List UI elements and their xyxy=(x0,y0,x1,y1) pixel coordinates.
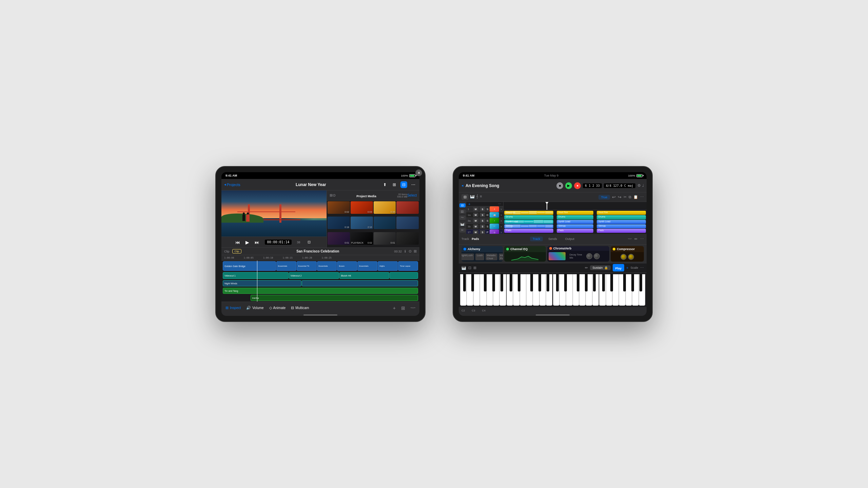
logic-settings-icon[interactable]: ⚙ xyxy=(637,183,641,188)
logic-edit-pencil-icon[interactable]: ✏ xyxy=(634,237,637,241)
logic-compressor-knob-1[interactable] xyxy=(620,254,627,260)
fcp-clip-videocut-1[interactable]: Videocut 1 xyxy=(223,272,289,279)
logic-strings-clip-3[interactable]: Strings xyxy=(597,224,646,228)
fcp-animate-button[interactable]: ◇ Animate xyxy=(269,306,286,310)
logic-sidebar-pencil-icon[interactable]: ✏ xyxy=(459,228,466,232)
logic-channel-eq-plugin[interactable]: Channel EQ xyxy=(504,246,546,262)
fcp-back-button[interactable]: ◂ Projects xyxy=(224,182,240,187)
fcp-thumb-5[interactable]: 0:18 xyxy=(328,217,350,229)
fcp-photos-icon[interactable]: ⊞ xyxy=(391,181,398,188)
logic-sidebar-mixer-icon[interactable]: ▤ xyxy=(459,209,466,214)
logic-track-4-mute[interactable]: M xyxy=(473,224,478,228)
logic-key-a4[interactable] xyxy=(586,274,592,306)
logic-synth-clip-2[interactable]: Synth Lead xyxy=(557,220,594,224)
logic-track-5-expand[interactable]: › xyxy=(500,230,502,234)
logic-sidebar-eq-icon[interactable]: 〜 xyxy=(459,216,466,220)
logic-soul-fire-clip-1[interactable]: Soul Fire xyxy=(504,211,553,215)
logic-track-3-instrument[interactable]: ♪ xyxy=(490,218,499,223)
fcp-clip-unused[interactable] xyxy=(390,272,418,279)
logic-track-tab-sends[interactable]: Sends xyxy=(546,237,560,241)
fcp-clip-essentials-6[interactable]: Highs xyxy=(378,261,398,271)
fcp-thumb-1[interactable]: 0:02 xyxy=(328,201,350,214)
logic-key-d3[interactable] xyxy=(513,274,519,306)
fcp-thumb-3[interactable]: 0:34 xyxy=(374,201,396,214)
fcp-inspect-button[interactable]: ⊞ Inspect xyxy=(225,306,241,310)
logic-track-4-solo[interactable]: S xyxy=(480,224,485,228)
logic-add-track-button[interactable]: + xyxy=(468,202,470,206)
logic-scale-more-icon[interactable]: ⋯ xyxy=(640,266,644,270)
logic-key-e2[interactable] xyxy=(473,274,480,306)
logic-pads-clip-3[interactable]: Pads xyxy=(597,229,646,233)
logic-track-5-solo[interactable]: S xyxy=(480,230,485,234)
logic-key-b2[interactable] xyxy=(499,274,506,306)
logic-track-4-expand[interactable]: › xyxy=(500,224,502,228)
logic-sidebar-piano-icon[interactable]: 🎹 xyxy=(459,222,466,226)
logic-key-f5[interactable] xyxy=(619,274,625,306)
logic-track-3-expand[interactable]: › xyxy=(500,219,502,223)
logic-synth-clip-1[interactable]: Synth Lead xyxy=(504,220,553,224)
logic-track-2-instrument[interactable]: 🥁 xyxy=(490,212,499,218)
fcp-clip-blank-1[interactable] xyxy=(302,280,418,286)
logic-pads-clip-2[interactable]: Pads xyxy=(557,229,594,233)
logic-sidebar-tracks-icon[interactable]: ⊟ xyxy=(459,203,466,207)
fcp-timeline-link-icon[interactable]: ⊙ xyxy=(409,249,412,253)
fcp-clip-time-lapse[interactable]: Time Lapse xyxy=(398,261,418,271)
logic-key-e4[interactable] xyxy=(566,274,572,306)
fcp-clip-essentials-4[interactable]: Essen xyxy=(337,261,357,271)
fcp-filter-icon[interactable]: ⊙ xyxy=(333,193,336,198)
logic-alchemy-ctrl-1[interactable]: Bright/Lush xyxy=(461,253,474,260)
fcp-timeline-zoom-icon[interactable]: ⊞ xyxy=(414,249,417,253)
fcp-browser-icon[interactable]: ⊟ xyxy=(400,181,407,188)
logic-track-2-mute[interactable]: M xyxy=(473,213,478,217)
fcp-volume-button[interactable]: 🔊 Volume xyxy=(246,306,263,310)
logic-key-f4[interactable] xyxy=(573,274,579,306)
logic-soul-fire-clip-3[interactable]: Soul Fire xyxy=(597,211,646,215)
logic-alchemy-plugin[interactable]: Alchemy Bright/Lush Lush Metallic Choir … xyxy=(461,246,503,262)
fcp-add-icon[interactable]: + xyxy=(393,305,396,311)
logic-key-g4[interactable] xyxy=(579,274,586,306)
fcp-thumb-2[interactable]: 0:03 xyxy=(351,201,373,214)
logic-pads-clip-1[interactable]: Pads xyxy=(504,229,553,233)
logic-edit-mode-true-button[interactable]: True xyxy=(598,195,610,200)
logic-piano-icon[interactable]: 🎹 xyxy=(461,266,466,270)
logic-more-icon[interactable]: ⋯ xyxy=(640,195,644,199)
logic-tracks-view-button[interactable]: ⊟ xyxy=(461,194,469,200)
logic-tracks-more[interactable]: ⋯ xyxy=(498,202,501,206)
logic-track-tab-track[interactable]: Track xyxy=(530,237,543,241)
logic-play-key-group[interactable]: Play xyxy=(613,264,625,271)
logic-compressor-plugin[interactable]: Compressor xyxy=(611,246,644,262)
logic-key-a3[interactable] xyxy=(539,274,546,306)
fcp-skip-forward-button[interactable]: ⏭ xyxy=(255,240,259,245)
fcp-clip-golden-gate[interactable]: Golden Gate Bridge xyxy=(223,261,276,271)
logic-compressor-knob-2[interactable] xyxy=(628,254,634,260)
logic-key-e5[interactable] xyxy=(612,274,619,306)
logic-sustain-lock-icon[interactable]: 🔒 xyxy=(604,266,608,269)
logic-track-tab-output[interactable]: Output xyxy=(563,237,577,241)
logic-key-c4[interactable] xyxy=(553,274,559,306)
logic-cut-icon[interactable]: ✂ xyxy=(624,195,627,199)
fcp-clip-bluish[interactable]: Bluish Hit xyxy=(339,272,390,279)
logic-chromaverb-knob-2[interactable] xyxy=(594,253,600,259)
logic-key-f2[interactable] xyxy=(480,274,486,306)
fcp-multicam-button[interactable]: ⊟ Multicam xyxy=(291,306,309,310)
fcp-clip-essentials-5[interactable]: Essentials xyxy=(357,261,377,271)
fcp-more-icon[interactable]: ⋯ xyxy=(410,181,417,188)
logic-piano-view-button[interactable]: 🎹 xyxy=(470,194,475,200)
logic-key-b3[interactable] xyxy=(546,274,552,306)
fcp-clip-videocut-2[interactable]: Videocut 2 xyxy=(289,272,339,279)
logic-key-d2[interactable] xyxy=(467,274,473,306)
fcp-thumb-9[interactable]: 0:01 xyxy=(328,232,350,245)
logic-chromaverb-knob-1[interactable] xyxy=(586,253,592,259)
logic-drums-clip-2[interactable]: Drums xyxy=(557,215,594,219)
logic-key-c5[interactable] xyxy=(599,274,606,306)
logic-edit-icon[interactable]: ✏ xyxy=(585,266,588,270)
fcp-clip-essentials-1[interactable]: Essentials xyxy=(276,261,296,271)
logic-key-g3[interactable] xyxy=(533,274,539,306)
fcp-skip-back-button[interactable]: ⏮ xyxy=(235,240,240,245)
logic-key-c3[interactable] xyxy=(507,274,513,306)
fcp-grid-icon[interactable]: ⊞ xyxy=(401,305,405,311)
logic-key-a2[interactable] xyxy=(493,274,499,306)
logic-track-3-solo[interactable]: S xyxy=(480,219,485,223)
logic-record-button[interactable]: ● xyxy=(574,182,581,189)
logic-key-g2[interactable] xyxy=(487,274,493,306)
